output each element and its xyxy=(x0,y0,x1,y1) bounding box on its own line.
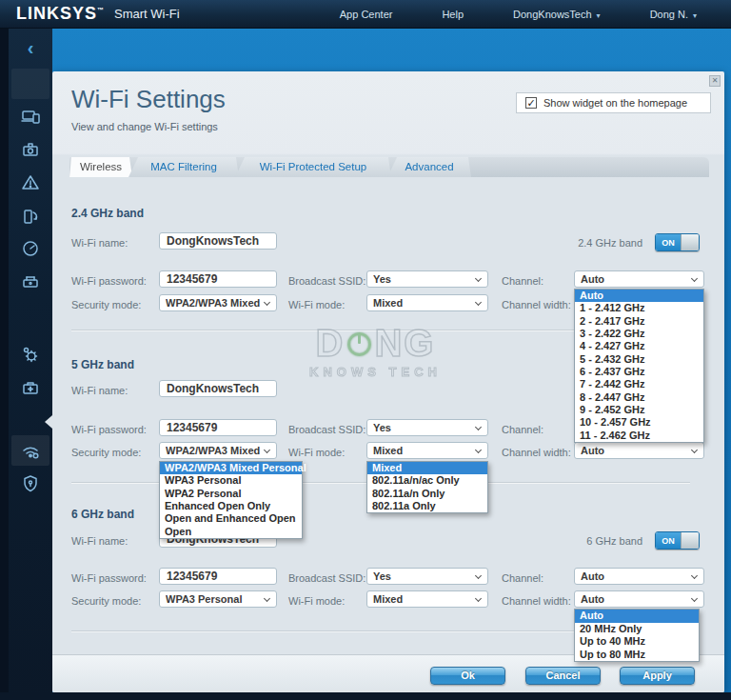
cancel-button[interactable]: Cancel xyxy=(525,667,601,685)
top-nav: App Center Help DongKnowsTech▾ Dong N.▾ xyxy=(315,0,721,29)
band5-security-mode-label: Security mode: xyxy=(71,447,141,458)
band24-toggle-label: 2.4 GHz band xyxy=(485,237,642,249)
dropdown-option[interactable]: Auto xyxy=(575,610,699,623)
tab-wireless[interactable]: Wireless xyxy=(69,157,132,177)
dropdown-option[interactable]: 802.11a/n/ac Only xyxy=(367,474,487,487)
nav-app-center[interactable]: App Center xyxy=(340,9,393,20)
dropdown-option[interactable]: Up to 80 MHz xyxy=(575,649,699,662)
sidebar-item-external-storage[interactable] xyxy=(11,267,49,297)
band5-wifi-mode-select[interactable]: Mixed xyxy=(366,442,488,459)
media-prioritization-icon xyxy=(21,207,40,226)
sidebar-item-media-prioritization[interactable] xyxy=(11,201,49,231)
apply-button[interactable]: Apply xyxy=(620,667,695,685)
sidebar-item-connectivity[interactable] xyxy=(11,339,49,370)
band24-security-mode-select[interactable]: WPA2/WPA3 Mixed Personal xyxy=(159,294,277,311)
band6-channel-select[interactable]: Auto xyxy=(574,568,704,585)
dropdown-option[interactable]: 11 - 2.462 GHz xyxy=(575,430,703,442)
dropdown-option[interactable]: 4 - 2.427 GHz xyxy=(575,340,703,352)
sidebar-item-wireless[interactable] xyxy=(11,435,49,466)
sidebar-item-speed-test[interactable] xyxy=(11,233,49,264)
sidebar-item-device-list[interactable] xyxy=(11,101,49,131)
band24-channel-select[interactable]: Auto xyxy=(574,270,704,288)
dropdown-option[interactable]: Up to 40 MHz xyxy=(575,635,699,649)
dropdown-option[interactable]: WPA2 Personal xyxy=(160,488,302,500)
device-list-icon xyxy=(21,107,40,126)
dropdown-option[interactable]: 20 MHz Only xyxy=(575,623,699,636)
band5-wifi-name-label: Wi-Fi name: xyxy=(71,385,128,396)
band6-wifi-mode-label: Wi-Fi mode: xyxy=(288,595,345,607)
band5-broadcast-ssid-select[interactable]: Yes xyxy=(366,419,488,436)
dropdown-option[interactable]: 6 - 2.437 GHz xyxy=(575,366,703,378)
band6-wifi-mode-select[interactable]: Mixed xyxy=(366,590,488,608)
dropdown-option[interactable]: 3 - 2.422 GHz xyxy=(575,328,703,340)
band24-broadcast-ssid-select[interactable]: Yes xyxy=(366,270,488,288)
dropdown-option[interactable]: 10 - 2.457 GHz xyxy=(575,416,703,429)
band24-wifi-mode-select[interactable]: Mixed xyxy=(366,294,488,311)
band24-toggle[interactable]: ON xyxy=(655,233,700,251)
dropdown-option[interactable]: Enhanced Open Only xyxy=(160,500,302,512)
band6-header: 6 GHz band xyxy=(71,508,134,521)
chevron-down-icon xyxy=(691,447,698,453)
band24-wifi-mode-label: Wi-Fi mode: xyxy=(288,299,345,310)
band6-broadcast-ssid-select[interactable]: Yes xyxy=(366,568,488,585)
page-title: Wi-Fi Settings xyxy=(71,85,226,114)
band6-channel-width-select[interactable]: Auto xyxy=(574,590,704,608)
nav-account-menu[interactable]: DongKnowsTech▾ xyxy=(513,9,601,20)
dropdown-option[interactable]: Open xyxy=(160,526,302,538)
sidebar-item-home[interactable] xyxy=(11,69,49,99)
product-name: Smart Wi-Fi xyxy=(114,7,180,21)
dropdown-option[interactable]: 9 - 2.452 GHz xyxy=(575,404,703,416)
dropdown-option[interactable]: Open and Enhanced Open xyxy=(160,512,302,525)
dropdown-option[interactable]: 2 - 2.417 GHz xyxy=(575,315,703,328)
band24-wifi-name-label: Wi-Fi name: xyxy=(71,237,128,249)
chevron-down-icon xyxy=(264,299,270,306)
sidebar-item-troubleshooting[interactable] xyxy=(11,372,49,403)
dropdown-option[interactable]: 802.11a/n Only xyxy=(367,488,487,500)
chevron-down-icon xyxy=(475,299,482,306)
tab-mac-filtering[interactable]: MAC Filtering xyxy=(128,157,239,177)
page-subtitle: View and change Wi-Fi settings xyxy=(71,121,218,132)
band5-wifi-mode-dropdown-list: Mixed 802.11a/n/ac Only 802.11a/n Only 8… xyxy=(366,461,488,513)
band6-security-mode-select[interactable]: WPA3 Personal xyxy=(159,590,277,608)
band5-wifi-name-input[interactable] xyxy=(159,380,277,397)
parental-controls-icon xyxy=(21,173,40,192)
close-icon[interactable]: ✕ xyxy=(709,75,721,87)
band5-broadcast-ssid-label: Broadcast SSID: xyxy=(288,424,366,435)
band24-wifi-name-input[interactable] xyxy=(159,232,277,250)
sidebar-collapse-chevron-icon[interactable]: ‹ xyxy=(11,36,49,61)
show-widget-label: Show widget on the homepage xyxy=(543,97,687,109)
guest-access-icon xyxy=(21,140,40,159)
sidebar-item-security[interactable] xyxy=(11,469,49,499)
dropdown-option[interactable]: 802.11a Only xyxy=(367,500,487,512)
show-widget-checkbox[interactable]: ✓ xyxy=(525,97,537,109)
dropdown-option[interactable]: WPA2/WPA3 Mixed Personal xyxy=(160,462,302,474)
dropdown-option[interactable]: 5 - 2.432 GHz xyxy=(575,353,703,366)
band5-security-mode-select[interactable]: WPA2/WPA3 Mixed Personal xyxy=(159,442,277,459)
band5-wifi-password-input[interactable] xyxy=(159,419,277,436)
dropdown-option[interactable]: 7 - 2.442 GHz xyxy=(575,378,703,390)
dropdown-option[interactable]: 8 - 2.447 GHz xyxy=(575,391,703,404)
ok-button[interactable]: Ok xyxy=(430,667,505,685)
dropdown-option[interactable]: WPA3 Personal xyxy=(160,474,302,487)
nav-help[interactable]: Help xyxy=(442,9,464,20)
tab-strip: Wireless MAC Filtering Wi-Fi Protected S… xyxy=(69,157,709,177)
band6-toggle[interactable]: ON xyxy=(655,531,700,550)
wifi-gear-icon xyxy=(21,441,40,460)
band24-wifi-password-input[interactable] xyxy=(159,270,277,288)
dropdown-option[interactable]: Mixed xyxy=(367,462,487,474)
dropdown-option[interactable]: Auto xyxy=(575,290,703,302)
tab-advanced[interactable]: Advanced xyxy=(387,157,471,177)
tab-wifi-protected-setup[interactable]: Wi-Fi Protected Setup xyxy=(235,157,391,177)
band5-channel-width-select[interactable]: Auto xyxy=(574,442,704,459)
nav-user-menu[interactable]: Dong N.▾ xyxy=(650,9,697,20)
band6-toggle-label: 6 GHz band xyxy=(485,535,642,547)
band24-broadcast-ssid-label: Broadcast SSID: xyxy=(288,275,366,287)
band6-wifi-password-input[interactable] xyxy=(159,568,277,585)
dropdown-option[interactable]: 1 - 2.412 GHz xyxy=(575,302,703,314)
band24-channel-label: Channel: xyxy=(502,275,543,287)
band6-channel-width-label: Channel width: xyxy=(502,595,571,607)
sidebar-item-parental-controls[interactable] xyxy=(11,168,49,198)
band5-header: 5 GHz band xyxy=(71,358,134,371)
band24-wifi-password-label: Wi-Fi password: xyxy=(71,275,147,287)
sidebar-item-guest-access[interactable] xyxy=(11,134,49,165)
